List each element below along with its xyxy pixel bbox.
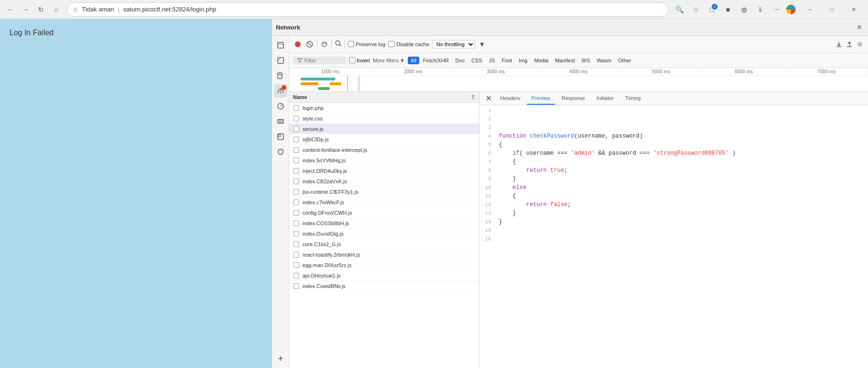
filter-btn-other[interactable]: Other (615, 57, 634, 64)
settings-button[interactable] (856, 40, 864, 49)
file-item[interactable]: login.php (289, 103, 479, 113)
maximize-button[interactable]: □ (821, 0, 842, 19)
svg-line-23 (340, 45, 342, 47)
sources-icon[interactable] (274, 69, 287, 82)
more-menu-button[interactable]: ⋯ (770, 3, 783, 16)
filter-btn-css[interactable]: CSS (468, 57, 485, 64)
file-item[interactable]: core.C1iix2_G.js (289, 239, 479, 249)
tick-7000: 7000 ms (785, 68, 868, 75)
more-filters-button[interactable]: More filters ▼ (373, 58, 405, 63)
devtools-close-button[interactable]: ✕ (855, 22, 864, 32)
warning-text: Tidak aman (82, 6, 114, 13)
minimize-button[interactable]: − (799, 0, 820, 19)
security-icon[interactable] (274, 145, 287, 159)
preserve-log-checkbox[interactable] (348, 41, 354, 47)
home-button[interactable]: ⌂ (50, 3, 63, 16)
tab-timing[interactable]: Timing (620, 92, 646, 105)
memory-icon[interactable] (274, 115, 287, 128)
file-item[interactable]: index.5nYVbtHg.js (289, 155, 479, 166)
page-content: Log In Failed (0, 19, 272, 368)
js-icon (293, 179, 299, 184)
throttle-dropdown[interactable]: ▼ (478, 40, 486, 49)
line-content: return true; (497, 167, 868, 174)
file-item[interactable]: njBICfDp.js (289, 134, 479, 145)
filter-input-wrap[interactable] (293, 57, 346, 64)
line-number: 8 (480, 167, 497, 173)
disable-cache-checkbox[interactable] (388, 41, 394, 47)
file-item[interactable]: config.DFnoVCWH.js (289, 208, 479, 218)
filter-btn-doc[interactable]: Doc (453, 57, 468, 64)
filter-btn-manifest[interactable]: Manifest (552, 57, 578, 64)
invert-checkbox[interactable] (349, 57, 355, 63)
file-item[interactable]: index.CuwslBNv.js (289, 281, 479, 291)
downloads-button[interactable]: ⇓ (754, 3, 767, 16)
file-item[interactable]: index.CB2zaVxK.js (289, 176, 479, 187)
file-item[interactable]: egg-man.DIXoz5rz.js (289, 260, 479, 270)
network-panel-icon[interactable] (274, 84, 287, 98)
file-type-icon (293, 189, 300, 195)
filter-btn-font[interactable]: Font (499, 57, 515, 64)
profile-icon[interactable] (786, 5, 796, 14)
browser-chrome: ← → ↻ ⌂ ⚠ Tidak aman | saturn.picoctf.ne… (0, 0, 868, 368)
back-button[interactable]: ← (4, 3, 17, 16)
filter-btn-img[interactable]: Img (516, 57, 530, 64)
file-item[interactable]: react-toastify.2rbmrjkH.js (289, 249, 479, 260)
console-icon[interactable] (274, 54, 287, 67)
file-item[interactable]: api.DHoytuaG.js (289, 270, 479, 281)
file-item[interactable]: secure.js (289, 124, 479, 134)
network-conditions-button[interactable] (320, 40, 329, 49)
code-line: 12 return false; (480, 201, 868, 210)
filter-btn-all[interactable]: All (408, 57, 419, 64)
filter-btn-wasm[interactable]: Wasm (594, 57, 615, 64)
close-button[interactable]: ✕ (843, 0, 864, 19)
filter-btn-media[interactable]: Media (531, 57, 551, 64)
throttle-select[interactable]: No throttling (432, 40, 475, 49)
scroll-up-button[interactable]: ⇧ (471, 94, 475, 100)
file-item[interactable]: style.css (289, 113, 479, 124)
invert-label[interactable]: Invert (349, 57, 370, 63)
clear-button[interactable] (305, 40, 314, 49)
import-har-button[interactable] (835, 40, 843, 49)
tab-response[interactable]: Response (557, 92, 590, 105)
application-icon[interactable] (274, 130, 287, 143)
filter-btn-js[interactable]: JS (486, 57, 498, 64)
export-har-button[interactable] (845, 40, 854, 49)
file-item[interactable]: index.DucidGtg.js (289, 229, 479, 239)
file-name: index.CB2zaVxK.js (303, 179, 347, 184)
add-tools-button[interactable] (274, 352, 287, 365)
forward-button[interactable]: → (19, 3, 32, 16)
elements-icon[interactable] (274, 39, 287, 52)
detail-close-button[interactable]: ✕ (484, 92, 494, 105)
file-item[interactable]: content-fontface-intercept.js (289, 145, 479, 155)
bookmark-button[interactable]: ☆ (689, 3, 702, 16)
record-button[interactable] (293, 40, 303, 49)
filter-input[interactable] (304, 58, 343, 63)
line-content: function checkPassword(username, passwor… (497, 133, 868, 139)
svg-rect-0 (278, 42, 283, 48)
file-item[interactable]: index.COSSb8bH.js (289, 218, 479, 229)
tab-initiator[interactable]: Initiator (592, 92, 618, 105)
address-bar[interactable]: ⚠ Tidak aman | saturn.picoctf.net:52824/… (67, 2, 669, 17)
timeline-bar-4 (330, 78, 335, 80)
search-network-button[interactable] (335, 40, 342, 48)
line-content: { (497, 159, 868, 165)
history-button[interactable]: ◍ (737, 3, 751, 16)
security-warning: ⚠ (73, 6, 78, 13)
extensions2-button[interactable]: ■ (721, 3, 735, 16)
file-item[interactable]: inject.DRDAu0ky.js (289, 166, 479, 176)
timeline-bar-3 (318, 87, 330, 90)
tab-preview[interactable]: Preview (527, 92, 555, 105)
file-list[interactable]: login.phpstyle.csssecure.jsnjBICfDp.jsco… (289, 103, 479, 368)
php-icon (293, 105, 299, 111)
search-button[interactable]: 🔍 (673, 3, 686, 16)
disable-cache-label[interactable]: Disable cache (388, 41, 429, 47)
file-item[interactable]: jsx-runtime.CfEFF3y1.js (289, 187, 479, 197)
filter-btn-ws[interactable]: WS (579, 57, 593, 64)
preserve-log-label[interactable]: Preserve log (348, 41, 385, 47)
line-number: 2 (480, 116, 497, 122)
reload-button[interactable]: ↻ (34, 3, 48, 16)
file-item[interactable]: index.c7tvWkcF.js (289, 197, 479, 208)
filter-btn-fetch/xhr[interactable]: Fetch/XHR (420, 57, 452, 64)
performance-icon[interactable] (274, 99, 287, 113)
tab-headers[interactable]: Headers (495, 92, 525, 105)
